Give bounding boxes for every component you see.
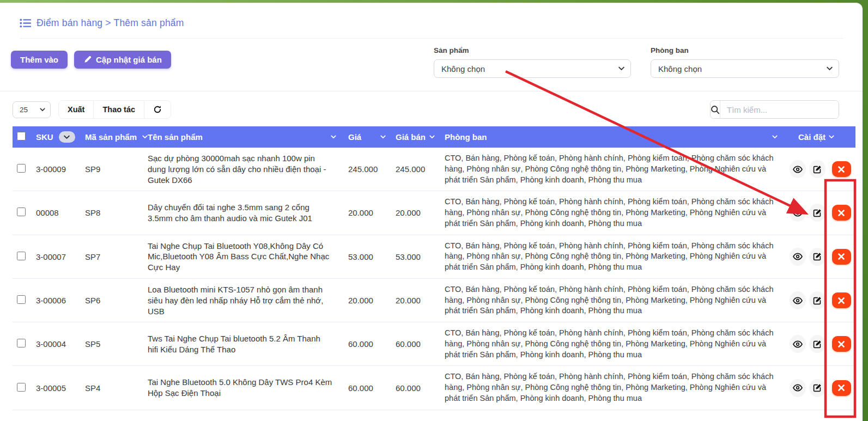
header-sku[interactable]: SKU [36, 132, 53, 142]
delete-button[interactable] [832, 292, 851, 308]
row-checkbox[interactable] [17, 252, 26, 260]
view-button[interactable] [790, 335, 806, 353]
update-price-button[interactable]: Cập nhật giá bán [74, 51, 171, 69]
table-row: 3-00006 SP6 Loa Bluetooth mini KTS-1057 … [13, 278, 855, 322]
row-checkbox[interactable] [17, 164, 26, 173]
delete-x-icon [838, 341, 845, 347]
delete-button[interactable] [832, 161, 851, 177]
toolbar: Thêm vào Cập nhật giá bán Sản phẩm Không… [0, 39, 863, 91]
eye-icon [793, 209, 803, 217]
delete-button[interactable] [832, 380, 851, 396]
search-icon[interactable] [711, 101, 720, 118]
cell-sku: 3-00009 [32, 148, 81, 191]
chevron-down-icon[interactable] [829, 135, 834, 139]
cell-sale-price: 245.000 [391, 148, 440, 191]
cell-price: 60.000 [344, 366, 391, 410]
eye-icon [793, 340, 803, 348]
view-button[interactable] [790, 379, 806, 397]
table-row: 00008 SP8 Dây chuyển đổi tai nghe 3.5mm … [13, 191, 855, 235]
cell-price: 20.000 [344, 191, 391, 235]
edit-button[interactable] [809, 160, 825, 178]
header-settings[interactable]: Cài đặt [798, 132, 825, 142]
chevron-down-icon[interactable] [331, 135, 336, 139]
header-price[interactable]: Giá [348, 132, 361, 142]
cell-sale-price: 20.000 [391, 278, 440, 322]
add-button-label: Thêm vào [20, 55, 58, 64]
cell-sale-price: 20.000 [391, 191, 440, 235]
row-checkbox[interactable] [17, 383, 26, 392]
row-checkbox[interactable] [17, 208, 26, 216]
page-size-select[interactable]: 25 [13, 101, 51, 118]
cell-sku: 00008 [32, 191, 81, 235]
header-name[interactable]: Tên sản phẩm [148, 132, 203, 142]
edit-button[interactable] [809, 335, 825, 353]
view-button[interactable] [790, 291, 806, 309]
edit-icon [813, 209, 822, 217]
header-department[interactable]: Phòng ban [445, 132, 487, 142]
breadcrumb: Điểm bán hàng > Thêm sản phẩm [20, 3, 843, 39]
bulk-actions-label: Thao tác [102, 105, 135, 114]
sku-sort-button[interactable] [59, 131, 75, 143]
bulk-actions-button[interactable]: Thao tác [93, 101, 144, 118]
edit-button[interactable] [809, 291, 825, 309]
cell-product-code: SP8 [81, 191, 143, 235]
cell-departments: CTO, Bán hàng, Phòng kế toán, Phòng hành… [440, 235, 786, 278]
table-header-row: SKU Mã sản phẩm [13, 126, 855, 148]
view-button[interactable] [790, 160, 806, 178]
table-section: 25 Xuất Thao tác [0, 91, 863, 410]
edit-icon [813, 165, 822, 174]
cell-sku: 3-00006 [32, 278, 81, 322]
delete-button[interactable] [832, 336, 851, 352]
table-row: 3-00007 SP7 Tai Nghe Chụp Tai Bluetooth … [13, 235, 855, 278]
product-select[interactable]: Không chọn [434, 59, 631, 78]
header-sale-price[interactable]: Giá bán [396, 132, 426, 142]
cell-product-name: Tai Nghe Bluetooth 5.0 Không Dây TWS Pro… [143, 366, 344, 410]
table-actions-group: Xuất Thao tác [58, 100, 171, 119]
cell-departments: CTO, Bán hàng, Phòng kế toán, Phòng hành… [440, 148, 786, 191]
export-button[interactable]: Xuất [59, 101, 93, 118]
edit-button[interactable] [809, 204, 825, 222]
cell-sale-price: 53.000 [391, 235, 440, 278]
view-button[interactable] [790, 248, 806, 266]
search-input[interactable] [720, 101, 839, 118]
chevron-down-icon[interactable] [142, 135, 148, 139]
cell-sale-price: 60.000 [391, 366, 440, 410]
pencil-icon [83, 56, 92, 64]
eye-icon [793, 384, 803, 392]
chevron-down-icon[interactable] [429, 135, 435, 139]
delete-x-icon [838, 297, 845, 304]
add-button[interactable]: Thêm vào [11, 51, 68, 69]
cell-product-code: SP9 [81, 148, 143, 191]
edit-button[interactable] [809, 379, 825, 397]
delete-button[interactable] [832, 249, 851, 265]
table-row: 3-00004 SP5 Tws Tai Nghe Chụp Tai blueto… [13, 322, 855, 366]
edit-button[interactable] [809, 248, 825, 266]
view-button[interactable] [790, 204, 806, 222]
cell-product-name: Tai Nghe Chụp Tai Bluetooth Y08,Không Dâ… [143, 235, 344, 278]
cell-departments: CTO, Bán hàng, Phòng kế toán, Phòng hành… [440, 322, 786, 366]
refresh-button[interactable] [144, 101, 171, 118]
cell-product-name: Loa Bluetooth mini KTS-1057 nhỏ gọn âm t… [143, 278, 344, 322]
row-checkbox[interactable] [17, 295, 26, 304]
cell-sku: 3-00004 [32, 322, 81, 366]
main-panel: Điểm bán hàng > Thêm sản phẩm Thêm vào C… [0, 3, 863, 421]
edit-icon [813, 340, 822, 349]
cell-sku: 3-00007 [32, 235, 81, 278]
select-all-checkbox[interactable] [17, 132, 26, 141]
cell-product-code: SP6 [81, 278, 143, 322]
cell-price: 53.000 [344, 235, 391, 278]
products-table: SKU Mã sản phẩm [13, 126, 855, 410]
chevron-down-icon[interactable] [380, 135, 386, 139]
department-select[interactable]: Không chọn [651, 59, 839, 78]
table-row: 3-00005 SP4 Tai Nghe Bluetooth 5.0 Không… [13, 366, 855, 410]
delete-button[interactable] [832, 205, 851, 221]
chevron-down-icon[interactable] [772, 135, 778, 139]
header-code[interactable]: Mã sản phẩm [85, 132, 137, 142]
cell-sale-price: 60.000 [391, 322, 440, 366]
cell-product-name: Dây chuyển đổi tai nghe 3.5mm sang 2 cổn… [143, 191, 344, 235]
row-checkbox[interactable] [17, 339, 26, 347]
delete-x-icon [838, 166, 845, 173]
update-price-button-label: Cập nhật giá bán [96, 55, 162, 64]
breadcrumb-text[interactable]: Điểm bán hàng > Thêm sản phẩm [37, 17, 184, 29]
cell-price: 60.000 [344, 322, 391, 366]
